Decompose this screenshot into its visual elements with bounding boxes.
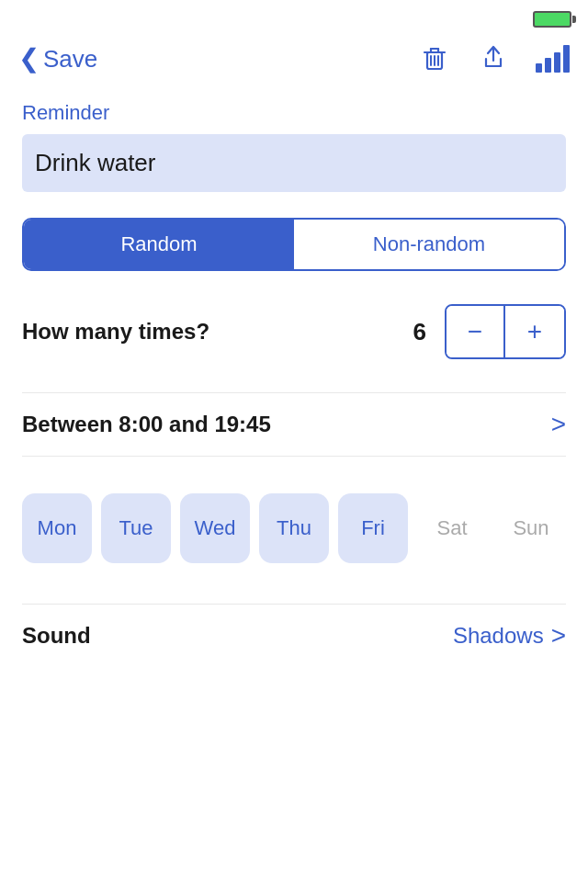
between-row[interactable]: Between 8:00 and 19:45 > [22,392,566,457]
day-button-fri[interactable]: Fri [338,493,408,563]
chevron-left-icon: ❮ [18,46,40,72]
segment-nonrandom-button[interactable]: Non-random [294,220,564,269]
sound-chevron-icon: > [551,621,566,650]
share-icon[interactable] [477,40,510,77]
day-button-wed[interactable]: Wed [180,493,250,563]
between-text: Between 8:00 and 19:45 [22,412,551,437]
day-button-sat[interactable]: Sat [417,493,487,563]
trash-icon[interactable] [418,40,451,77]
times-label: How many times? [22,319,413,345]
signal-bar-4 [563,45,570,73]
stepper-control: − + [445,304,566,359]
status-bar [0,0,588,33]
between-chevron-icon: > [551,410,566,439]
battery-icon [533,11,571,28]
times-count: 6 [413,318,426,346]
sound-row[interactable]: Sound Shadows > [22,604,566,667]
signal-bars-icon [536,45,570,73]
days-row: MonTueWedThuFriSatSun [22,486,566,571]
sound-label: Sound [22,623,453,649]
form-content: Reminder Random Non-random How many time… [0,92,588,689]
signal-bar-1 [536,63,542,73]
segment-control: Random Non-random [22,218,566,271]
signal-bar-2 [545,58,551,73]
sound-value: Shadows [453,623,544,649]
decrement-button[interactable]: − [447,306,505,357]
reminder-input[interactable] [22,134,566,192]
save-label: Save [43,45,97,74]
day-button-mon[interactable]: Mon [22,493,92,563]
day-button-sun[interactable]: Sun [496,493,566,563]
day-button-thu[interactable]: Thu [259,493,329,563]
segment-random-button[interactable]: Random [24,220,294,269]
nav-right-icons [418,40,570,77]
signal-bar-3 [554,52,560,73]
back-button[interactable]: ❮ Save [18,45,97,74]
day-button-tue[interactable]: Tue [101,493,171,563]
reminder-section-label: Reminder [22,101,566,125]
times-row: How many times? 6 − + [22,304,566,359]
increment-button[interactable]: + [505,306,564,357]
nav-bar: ❮ Save [0,33,588,92]
